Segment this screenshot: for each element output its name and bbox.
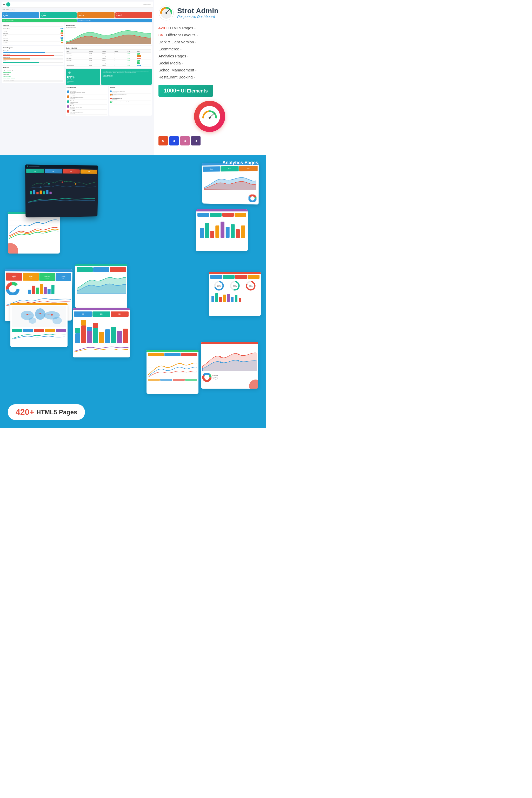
gauge-outer [194,101,225,132]
feed-content-1: Saiful Islam We are happy about your ser… [70,90,85,94]
svg-rect-66 [235,295,238,302]
todo-title: Todo List [3,67,63,69]
brand-header: Strot Admin Responsive Dashboard [158,5,261,21]
sass-badge: 3 [180,136,190,146]
todo-item-2: ✓ Grocery Check [3,72,63,74]
menu-item-2: Hot Dog $9 [3,30,63,32]
todo-list-panel: Todo List ○ Decorate Kitchen Room ✓ Groc… [2,66,64,83]
svg-point-13 [61,181,63,183]
svg-rect-20 [43,191,45,194]
svg-rect-88 [105,329,110,343]
dash-bottom-row: Customer Feed Saiful Islam We are happy … [65,86,152,116]
dash-main-content: Menu List Chicken Burger $11 Hot Dog $9 … [2,23,153,116]
dash-nav-right: Dashboard Home [143,4,151,5]
quote-text: Lorem ipsum dolor sit amet, consectetur … [102,70,150,74]
svg-point-94 [220,362,221,363]
hamburger-icon[interactable] [3,4,5,5]
quote-panel: Lorem ipsum dolor sit amet, consectetur … [101,69,152,85]
menu-item-4: Noodles $7 [3,35,63,37]
stat-customers-value: 9,874 [78,15,113,17]
weather-panel: ⛈ 83°F Dhaka, Dhaka Thunderstorm 28°C [66,69,100,85]
svg-rect-81 [81,325,86,343]
todo-item-3: ○ New Order [3,74,63,75]
card-bottom-right: ■ Category A ■ Category B ■ Category C [201,342,258,388]
svg-rect-22 [49,192,52,194]
svg-rect-17 [33,190,35,194]
order-progress-panel: Order Progress Birthday Cake Chicken Bur… [2,46,64,65]
gauge-container [158,101,261,132]
svg-text:2010: 2010 [70,43,74,44]
top-section: Dashboard Home Hello, Welcome Here Order… [0,0,266,155]
svg-rect-31 [200,228,204,238]
col-product: Product [102,51,114,53]
timeline-panel: Timeline You deleted homepage.psd 10 min… [109,86,152,116]
order-row-5: John Doe #1246 Hot Dog 3 $2.98 Paid [66,62,151,64]
feed-content-5: Ishvet Jehen Quick service and good serv… [70,110,84,114]
stat-cards-row1: Order Received 6,250 Today Delivered 2,5… [2,12,153,18]
svg-point-26 [251,197,254,200]
feature-pages: 420+ HTML5 Pages - [158,24,261,32]
svg-rect-64 [227,294,230,302]
card-middle-center: 459 23K 78% [73,308,130,358]
svg-text:2012: 2012 [104,43,108,44]
feed-avatar-2 [67,95,69,98]
svg-text:2013: 2013 [121,43,125,44]
svg-point-93 [238,354,240,355]
dark-dashboard-card: 342 567 891 234 [25,165,98,217]
feed-item-3: Mr. Saifun Really tasty recipe 1 hour Ag… [67,100,107,105]
svg-rect-79 [75,333,80,343]
feature-restaurant: Restaurant Booking - [158,74,261,80]
feed-avatar-5 [67,110,69,113]
feature-analytics: Analytics Pages - [158,53,261,59]
todo-input[interactable]: Write a new item and hit Enter... [3,80,63,82]
menu-item-6: Fried Rice $4 [3,39,63,41]
timeline-content-4: Some new content has been added... 10 mi… [112,101,129,103]
col-delivery: Delivery [136,51,151,53]
svg-rect-47 [40,284,43,294]
menu-list-panel: Menu List Chicken Burger $11 Hot Dog $9 … [2,23,64,45]
light-card-3 [196,209,248,251]
svg-rect-37 [231,224,235,238]
timeline-dot-1 [110,90,112,92]
menu-item-3: Soft Drinks $10 [3,32,63,35]
earning-graph-title: Earning Graph [66,24,151,26]
stat-customers-label: New Customer [78,13,113,15]
timeline-item-3: You followed john doe 30 minutes ago [110,97,151,101]
svg-rect-83 [87,331,92,343]
light-card-1: Stats Data Info [202,162,259,205]
svg-text:82%: 82% [249,285,252,287]
svg-rect-86 [93,323,98,328]
svg-point-73 [28,318,36,324]
feature-list: 420+ HTML5 Pages - 04+ Different Layouts… [158,24,261,80]
stat-cards-row2: Daily sales Today 09% Daily Expense Toda… [2,19,153,22]
svg-rect-48 [44,287,47,294]
brand-logo-container [158,5,174,21]
svg-point-43 [10,286,15,291]
weather-quote-row: ⛈ 83°F Dhaka, Dhaka Thunderstorm 28°C Lo… [65,69,152,85]
svg-rect-80 [75,328,80,333]
timeline-content-2: You change your profile picture 20 minut… [112,94,127,96]
svg-text:2011: 2011 [87,43,91,44]
daily-sales-card: Daily sales Today 09% [2,19,77,22]
svg-rect-61 [215,293,218,302]
daily-expense-card: Daily Expense Today 09% [77,19,152,22]
bootstrap-badge: B [191,136,201,146]
svg-point-99 [205,376,209,379]
svg-text:70%: 70% [217,285,221,287]
customer-feed-panel: Customer Feed Saiful Islam We are happy … [66,86,108,116]
todo-item-1: ○ Decorate Kitchen Room [3,70,63,72]
feed-content-4: Mr. Saifun We like your birthday cake 1 … [70,105,82,109]
screenshots-grid-1: Analytics Pages 342 567 891 234 [5,160,261,253]
svg-point-104 [182,364,184,365]
menu-item-5: The Steak $20 [3,37,63,39]
svg-rect-34 [215,226,219,238]
feed-avatar-3 [67,100,69,103]
todo-item-4: ✓ Morno Delivery [3,75,63,77]
svg-rect-38 [236,229,240,238]
feature-layouts: 04+ Different Layouts - [158,32,261,38]
stat-earning-label: Net Earning [116,13,151,15]
menu-item-1: Chicken Burger $11 [3,27,63,30]
order-row-6: Jannatual Tasnim #1246 Hot Dog 3 $2.98 S… [66,64,151,67]
weather-icon: ⛈ [67,70,99,75]
timeline-item-4: Some new content has been added... 10 mi… [110,101,151,104]
